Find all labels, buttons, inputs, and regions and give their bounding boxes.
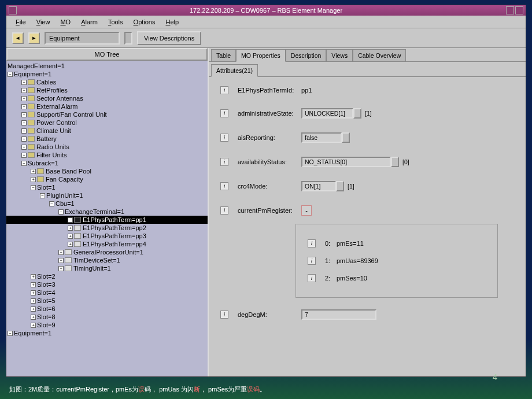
crc-input[interactable] [301, 181, 336, 191]
location-dropdown[interactable] [124, 32, 132, 45]
info-icon[interactable]: i [308, 239, 316, 247]
tab-mo-properties[interactable]: MO Properties [236, 49, 286, 62]
collapse-icon[interactable]: − [40, 193, 45, 198]
minimize-button[interactable] [506, 6, 514, 14]
expand-icon[interactable]: + [21, 128, 27, 134]
expand-icon[interactable]: + [21, 153, 27, 158]
expand-icon[interactable]: + [68, 226, 73, 231]
info-icon[interactable]: i [220, 206, 228, 215]
tree-item[interactable]: −ExchangeTerminal=1 [6, 208, 208, 216]
dropdown-icon[interactable] [391, 157, 399, 167]
info-icon[interactable]: i [220, 158, 228, 166]
info-icon[interactable]: i [308, 274, 316, 282]
tree-item[interactable]: +RetProfiles [6, 86, 208, 94]
tree-item[interactable]: +GeneralProcessorUnit=1 [6, 248, 208, 256]
tree-item[interactable]: +TimingUnit=1 [6, 264, 208, 272]
nav-back-button[interactable]: ◂ [12, 32, 24, 44]
tab-description[interactable]: Description [286, 49, 327, 61]
nav-forward-button[interactable]: ▸ [28, 32, 40, 44]
tree-item[interactable]: +External Alarm [6, 102, 208, 110]
deg-input[interactable] [301, 309, 376, 320]
expand-icon[interactable]: + [21, 104, 27, 109]
tree-item[interactable]: +Base Band Pool [6, 167, 208, 175]
location-field[interactable]: Equipment [45, 32, 120, 45]
tree-item[interactable]: +Support/Fan Control Unit [6, 110, 208, 119]
admin-state-input[interactable] [301, 108, 353, 119]
collapse-icon[interactable]: − [8, 72, 13, 77]
tree-item[interactable]: −PlugInUnit=1 [6, 191, 208, 200]
tree-item[interactable]: +Cables [6, 78, 208, 86]
tree-item[interactable]: +Slot=6 [6, 305, 208, 313]
info-icon[interactable]: i [220, 86, 228, 94]
menu-mo[interactable]: MO [56, 17, 75, 27]
tab-cable-overview[interactable]: Cable Overview [353, 49, 406, 61]
tree-item[interactable]: +Filter Units [6, 151, 208, 159]
tree-item[interactable]: +Radio Units [6, 143, 208, 151]
menu-options[interactable]: Options [129, 17, 160, 27]
tree-item[interactable]: +Slot=4 [6, 289, 208, 297]
info-icon[interactable]: i [220, 182, 228, 190]
expand-icon[interactable]: + [31, 323, 36, 328]
expand-icon[interactable]: + [58, 266, 64, 271]
collapse-button[interactable]: - [301, 205, 312, 216]
tree-item[interactable]: +Fan Capacity [6, 175, 208, 183]
tree-item[interactable]: +E1PhysPathTerm=pp3 [6, 232, 208, 240]
expand-icon[interactable]: + [21, 136, 27, 142]
expand-icon[interactable]: + [21, 80, 27, 85]
tree-item[interactable]: +Slot=3 [6, 280, 208, 289]
menu-file[interactable]: File [11, 17, 31, 27]
expand-icon[interactable]: + [21, 145, 27, 150]
expand-icon[interactable]: + [31, 169, 36, 174]
tree-item[interactable]: ManagedElement=1 [6, 62, 208, 70]
expand-icon[interactable]: + [31, 290, 36, 295]
ais-input[interactable] [301, 132, 342, 143]
tree-item[interactable]: +Battery [6, 135, 208, 143]
dropdown-icon[interactable] [342, 132, 350, 143]
tab-views[interactable]: Views [326, 49, 353, 61]
info-icon[interactable]: i [220, 311, 228, 319]
expand-icon[interactable]: + [68, 217, 73, 223]
expand-icon[interactable]: + [58, 250, 64, 255]
info-icon[interactable]: i [220, 109, 228, 117]
tree-item[interactable]: −Subrack=1 [6, 159, 208, 167]
tab-attributes[interactable]: Attributes(21) [211, 64, 258, 77]
expand-icon[interactable]: + [31, 274, 36, 279]
tree-item[interactable]: −Slot=1 [6, 183, 208, 191]
titlebar[interactable]: 172.22.208.209 – CDW0967 – RBS Element M… [6, 5, 526, 16]
tree-item[interactable]: +E1PhysPathTerm=pp4 [6, 240, 208, 248]
tab-table[interactable]: Table [211, 49, 236, 61]
expand-icon[interactable]: + [31, 282, 36, 287]
tree-item[interactable]: −Equipment=1 [6, 329, 208, 337]
expand-icon[interactable]: + [21, 112, 27, 117]
tree-item[interactable]: −Cbu=1 [6, 200, 208, 208]
menu-view[interactable]: View [32, 17, 55, 27]
menu-tools[interactable]: Tools [104, 17, 128, 27]
tree-item[interactable]: −Equipment=1 [6, 70, 208, 78]
expand-icon[interactable]: + [21, 96, 27, 101]
tree-item-selected[interactable]: +E1PhysPathTerm=pp1 [6, 216, 208, 224]
expand-icon[interactable]: + [31, 177, 36, 182]
view-descriptions-button[interactable]: View Descriptions [137, 31, 201, 45]
tree-item[interactable]: +Slot=2 [6, 272, 208, 280]
info-icon[interactable]: i [308, 257, 316, 265]
avail-input[interactable] [301, 157, 391, 167]
tree-item[interactable]: +Slot=9 [6, 321, 208, 329]
expand-icon[interactable]: + [31, 306, 36, 312]
dropdown-icon[interactable] [353, 108, 361, 119]
collapse-icon[interactable]: − [58, 209, 64, 215]
collapse-icon[interactable]: − [21, 161, 27, 166]
tree-item[interactable]: +E1PhysPathTerm=pp2 [6, 224, 208, 232]
info-icon[interactable]: i [220, 134, 228, 142]
tree-item[interactable]: +Slot=8 [6, 313, 208, 321]
expand-icon[interactable]: + [68, 242, 73, 247]
tree-item[interactable]: +Power Control [6, 119, 208, 127]
collapse-icon[interactable]: − [49, 201, 54, 206]
expand-icon[interactable]: + [21, 88, 27, 93]
expand-icon[interactable]: + [31, 315, 36, 320]
tree-item[interactable]: +Slot=5 [6, 297, 208, 305]
expand-icon[interactable]: + [58, 258, 64, 263]
mo-tree[interactable]: ManagedElement=1 −Equipment=1 +Cables +R… [6, 61, 208, 376]
menu-alarm[interactable]: Alarm [76, 17, 102, 27]
tree-item[interactable]: +TimDeviceSet=1 [6, 256, 208, 264]
tree-item[interactable]: +Climate Unit [6, 127, 208, 135]
